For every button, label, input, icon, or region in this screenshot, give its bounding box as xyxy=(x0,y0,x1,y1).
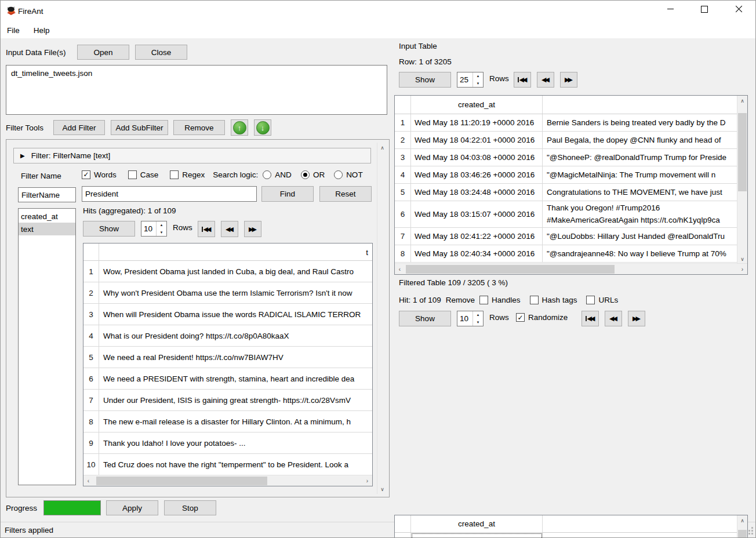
add-filter-button[interactable]: Add Filter xyxy=(53,120,105,135)
filtered-first-page-button[interactable]: ◀◀ xyxy=(581,311,599,326)
input-next-page-button[interactable]: ▶▶ xyxy=(560,72,577,88)
field-item-created-at[interactable]: created_at xyxy=(19,210,75,223)
results-col-header[interactable]: t xyxy=(99,243,372,261)
input-first-page-button[interactable]: ◀◀ xyxy=(514,72,531,88)
input-prev-page-button[interactable]: ◀◀ xyxy=(537,72,554,88)
spin-down-icon[interactable]: ▼ xyxy=(157,229,166,237)
move-filter-down-button[interactable]: ↓ xyxy=(254,119,271,136)
or-radio[interactable] xyxy=(301,170,310,179)
reset-button[interactable]: Reset xyxy=(319,186,372,202)
input-header-row: created_at xyxy=(395,96,737,114)
scrollbar-thumb[interactable] xyxy=(738,113,747,191)
table-row: 9Thank you Idaho! I love your potatoes- … xyxy=(83,432,372,454)
input-v-scrollbar[interactable]: ∧ ∨ xyxy=(737,96,747,264)
scrollbar-thumb[interactable] xyxy=(96,477,267,485)
rows-label: Rows xyxy=(173,223,192,232)
input-file-item[interactable]: dt_timeline_tweets.json xyxy=(11,69,92,78)
hits-label: Hits (aggregated): 1 of 109 xyxy=(83,206,176,215)
case-option[interactable]: ✓ Case xyxy=(128,170,159,179)
or-option[interactable]: OR xyxy=(301,170,325,179)
prev-page-button[interactable]: ◀◀ xyxy=(221,221,238,237)
scrollbar-thumb[interactable] xyxy=(738,530,747,538)
input-rows-spinner[interactable]: 25 ▲▼ xyxy=(457,72,484,88)
urls-checkbox[interactable]: ✓ xyxy=(586,296,595,304)
apply-button[interactable]: Apply xyxy=(106,500,158,515)
input-file-list[interactable]: dt_timeline_tweets.json xyxy=(6,65,387,115)
progress-fill xyxy=(44,501,100,515)
created-at-header[interactable]: created_at xyxy=(411,96,543,114)
expand-triangle-icon[interactable]: ▶ xyxy=(20,152,25,159)
filtered-rows-spinner[interactable]: 10 ▲▼ xyxy=(457,311,484,326)
rows-spinner-value[interactable]: 10 xyxy=(141,221,156,236)
search-input[interactable] xyxy=(82,186,257,202)
menu-help[interactable]: Help xyxy=(27,26,57,35)
maximize-button[interactable] xyxy=(690,0,719,18)
field-item-text[interactable]: text xyxy=(19,223,75,235)
table-row: 1Wed May 18 11:20:19 +0000 2016Bernie Sa… xyxy=(395,114,737,132)
minimize-icon xyxy=(667,9,674,9)
and-option[interactable]: AND xyxy=(263,170,292,179)
filtered-next-page-button[interactable]: ▶▶ xyxy=(628,311,645,326)
first-page-button[interactable]: ◀◀ xyxy=(198,221,215,237)
stop-button[interactable]: Stop xyxy=(164,500,216,515)
filtered-show-button[interactable]: Show xyxy=(399,311,451,326)
find-button[interactable]: Find xyxy=(261,186,314,202)
filter-name-input[interactable] xyxy=(18,187,76,202)
filter-panel-scrollbar[interactable]: ∧ ∨ xyxy=(377,143,387,494)
filtered-prev-page-button[interactable]: ◀◀ xyxy=(605,311,622,326)
table-row: 3When will President Obama issue the wor… xyxy=(83,304,372,325)
rows-spinner-arrows[interactable]: ▲ ▼ xyxy=(156,221,166,236)
filter-panel-header[interactable]: ▶ Filter: FilterName [text] xyxy=(13,148,371,163)
randomize-label: Randomize xyxy=(528,313,568,322)
urls-option[interactable]: ✓ URLs xyxy=(586,296,618,304)
scroll-down-icon[interactable]: ∨ xyxy=(377,484,387,494)
created-at-header[interactable]: created_at xyxy=(411,515,543,532)
words-checkbox[interactable]: ✓ xyxy=(82,170,90,179)
input-table: created_at 1Wed May 18 11:20:19 +0000 20… xyxy=(394,95,748,275)
case-checkbox[interactable]: ✓ xyxy=(128,170,137,179)
close-button[interactable] xyxy=(724,0,753,18)
input-h-scrollbar[interactable]: ‹ › xyxy=(395,263,747,274)
regex-checkbox[interactable]: ✓ xyxy=(170,170,179,179)
not-radio[interactable] xyxy=(334,170,343,179)
regex-option[interactable]: ✓ Regex xyxy=(170,170,205,179)
field-listbox[interactable]: created_at text xyxy=(18,208,76,485)
minimize-button[interactable] xyxy=(656,0,685,18)
and-radio[interactable] xyxy=(263,170,271,179)
show-results-button[interactable]: Show xyxy=(83,221,135,237)
filter-tools-label: Filter Tools xyxy=(6,120,43,135)
open-button[interactable]: Open xyxy=(77,45,129,60)
results-h-scrollbar[interactable]: ‹ › xyxy=(83,475,372,486)
spin-up-icon[interactable]: ▲ xyxy=(157,221,166,229)
filtered-v-scrollbar[interactable]: ∧ ∨ xyxy=(737,515,747,538)
input-rows-label: Rows xyxy=(489,74,509,83)
remove-filter-button[interactable]: Remove xyxy=(173,120,225,135)
add-subfilter-button[interactable]: Add SubFilter xyxy=(111,120,168,135)
table-row: 1Wow, President Obama just landed in Cub… xyxy=(83,261,372,282)
scrollbar-thumb[interactable] xyxy=(406,265,615,274)
move-filter-up-button[interactable]: ↑ xyxy=(231,119,248,136)
case-label: Case xyxy=(140,170,159,179)
hashtags-label: Hash tags xyxy=(542,296,577,304)
scroll-left-icon[interactable]: ‹ xyxy=(83,476,93,486)
handles-checkbox[interactable]: ✓ xyxy=(479,296,488,304)
randomize-option[interactable]: ✓ Randomize xyxy=(516,313,568,322)
handles-option[interactable]: ✓ Handles xyxy=(479,296,521,304)
table-row: 8The new e-mail release is a disaster fo… xyxy=(83,411,372,432)
and-label: AND xyxy=(275,170,292,179)
hashtags-option[interactable]: ✓ Hash tags xyxy=(530,296,577,304)
focused-cell[interactable]: Wed May 18 04:03:08 +0000 2016 xyxy=(411,533,543,538)
results-header-row: t xyxy=(83,243,372,261)
hashtags-checkbox[interactable]: ✓ xyxy=(530,296,539,304)
menu-file[interactable]: File xyxy=(0,26,27,35)
close-file-button[interactable]: Close xyxy=(135,45,187,60)
next-page-button[interactable]: ▶▶ xyxy=(244,221,261,237)
not-option[interactable]: NOT xyxy=(334,170,363,179)
words-option[interactable]: ✓ Words xyxy=(82,170,117,179)
filter-name-label: Filter Name xyxy=(21,172,61,180)
scroll-right-icon[interactable]: › xyxy=(362,476,372,486)
rows-spinner[interactable]: 10 ▲ ▼ xyxy=(141,221,167,237)
scroll-up-icon[interactable]: ∧ xyxy=(377,143,387,152)
input-show-button[interactable]: Show xyxy=(399,72,451,88)
randomize-checkbox[interactable]: ✓ xyxy=(516,313,525,322)
